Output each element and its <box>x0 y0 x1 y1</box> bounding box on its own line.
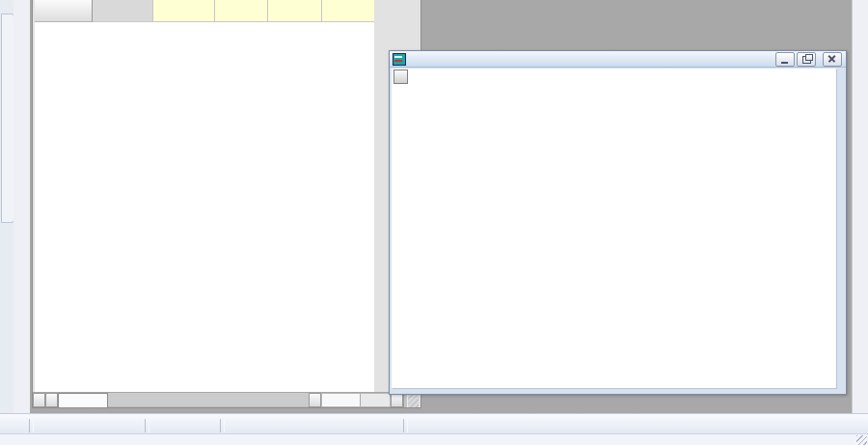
graph-window-titlebar[interactable] <box>390 51 846 68</box>
hscroll-left-button[interactable] <box>309 393 321 407</box>
sparkline-cell-empty[interactable] <box>215 0 268 22</box>
minimize-button[interactable] <box>775 52 795 67</box>
minimize-icon <box>781 62 788 64</box>
hscroll-track[interactable] <box>321 393 391 407</box>
sparkline-cell-empty[interactable] <box>268 0 322 22</box>
mdi-workspace <box>30 0 852 413</box>
sparkline-cell-absorbance[interactable] <box>153 0 215 22</box>
wavenumber-sparkline <box>93 0 152 21</box>
tab-strip-filler <box>108 393 309 407</box>
sheet-tab-1ph8[interactable] <box>58 393 108 407</box>
tools-toolbar <box>14 0 31 413</box>
window-resize-grip[interactable] <box>408 393 419 407</box>
restore-icon <box>802 56 811 64</box>
graph-page[interactable] <box>392 69 836 388</box>
app-resize-grip[interactable] <box>856 435 867 445</box>
hscroll-right-button[interactable] <box>391 393 403 407</box>
sheet-next-button[interactable] <box>45 393 58 407</box>
layer-1-badge[interactable] <box>393 70 408 84</box>
sparkline-cell-wavenumber[interactable] <box>93 0 153 22</box>
sparkline-cell-empty[interactable] <box>322 0 374 22</box>
worksheet-window[interactable] <box>32 0 421 408</box>
status-bar <box>0 433 868 445</box>
close-button[interactable] <box>823 52 842 67</box>
graph-tools-toolbar <box>852 0 868 413</box>
sheet-tab-bar <box>33 392 419 407</box>
worksheet-table <box>35 0 374 392</box>
zoom-toolbar-group <box>145 416 152 432</box>
bottom-toolbar <box>0 413 868 434</box>
axis-toolbar-group <box>220 416 228 432</box>
spectra-chart <box>392 69 836 388</box>
origin-application <box>0 0 868 445</box>
sparklines-row-header[interactable] <box>35 0 93 22</box>
plot-toolbar-group <box>29 416 37 432</box>
left-gutter <box>0 0 14 413</box>
marker-toolbar-group <box>403 416 411 432</box>
absorbance-sparkline <box>153 0 214 21</box>
graph-client-area <box>391 68 845 393</box>
hscroll-thumb[interactable] <box>322 394 361 406</box>
smart-hint-log-tab[interactable] <box>1 14 14 223</box>
restore-button[interactable] <box>797 52 816 67</box>
window-buttons <box>773 52 844 67</box>
graph-window[interactable] <box>389 50 847 395</box>
sheet-prev-button[interactable] <box>33 393 45 407</box>
graph-window-icon <box>393 53 406 66</box>
sparklines-row <box>35 0 374 22</box>
